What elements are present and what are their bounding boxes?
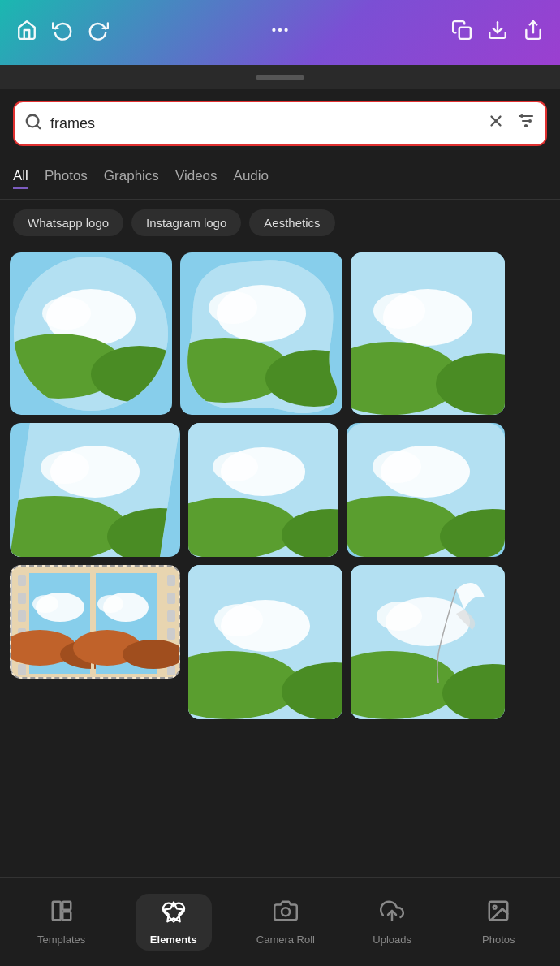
svg-rect-55 [18, 593, 26, 604]
svg-point-14 [528, 119, 532, 123]
svg-rect-62 [167, 610, 175, 622]
svg-point-79 [214, 604, 263, 636]
svg-point-25 [209, 291, 257, 324]
frame-rounded[interactable] [347, 423, 505, 557]
camera-icon [274, 899, 298, 929]
top-bar-center [269, 19, 291, 45]
grid-row-1 [10, 252, 550, 415]
svg-point-74 [97, 595, 123, 613]
chip-whatsapp[interactable]: Whatsapp logo [13, 209, 123, 236]
photos-label: Photos [482, 934, 515, 946]
svg-point-84 [377, 602, 422, 631]
elements-active-bg: Elements [136, 894, 212, 951]
drag-handle [0, 65, 560, 89]
svg-point-91 [282, 908, 290, 916]
undo-icon[interactable] [52, 19, 73, 45]
svg-line-7 [37, 125, 40, 128]
frame-circle[interactable] [10, 252, 172, 415]
clear-search-button[interactable] [487, 112, 505, 135]
nav-item-templates[interactable]: Templates [29, 899, 94, 946]
chips-row: Whatsapp logo Instagram logo Aesthetics [0, 200, 560, 246]
tab-graphics[interactable]: Graphics [104, 168, 159, 189]
frame-rect-1[interactable] [351, 252, 505, 415]
share-icon[interactable] [523, 19, 544, 45]
search-container [0, 89, 560, 157]
svg-rect-59 [18, 664, 26, 675]
download-icon[interactable] [487, 19, 508, 45]
svg-rect-56 [18, 610, 26, 622]
top-bar-left [16, 19, 109, 45]
templates-label: Templates [37, 934, 85, 946]
tab-audio[interactable]: Audio [234, 168, 269, 189]
svg-rect-88 [62, 901, 71, 909]
frame-abstract[interactable] [351, 565, 505, 719]
photos-icon [486, 899, 510, 929]
tab-videos[interactable]: Videos [175, 168, 218, 189]
grid-area [0, 246, 560, 877]
svg-point-0 [272, 28, 275, 32]
chip-aesthetics[interactable]: Aesthetics [249, 209, 334, 236]
nav-item-uploads[interactable]: Uploads [360, 899, 424, 946]
svg-rect-63 [167, 628, 175, 640]
filter-icon[interactable] [516, 111, 536, 136]
top-bar-right [451, 19, 544, 45]
uploads-icon [380, 899, 404, 929]
frame-blob[interactable] [180, 252, 342, 415]
svg-rect-54 [18, 575, 26, 586]
top-bar [0, 0, 560, 65]
svg-point-94 [493, 905, 497, 908]
svg-rect-60 [167, 575, 175, 586]
svg-point-15 [524, 124, 528, 127]
grid-row-2 [10, 423, 550, 557]
search-box [13, 101, 547, 146]
frame-portrait[interactable] [188, 565, 342, 719]
svg-point-42 [213, 452, 258, 481]
search-input[interactable] [50, 115, 479, 132]
tab-photos[interactable]: Photos [45, 168, 88, 189]
svg-point-30 [373, 293, 425, 329]
svg-rect-89 [62, 912, 71, 920]
svg-point-49 [373, 451, 421, 483]
svg-rect-61 [167, 593, 175, 604]
svg-rect-3 [459, 28, 471, 39]
nav-item-elements[interactable]: Elements [136, 894, 212, 951]
grid-row-3 [10, 565, 550, 719]
elements-label: Elements [150, 934, 197, 946]
svg-point-13 [520, 114, 523, 118]
tab-all[interactable]: All [13, 168, 28, 189]
elements-icon [162, 900, 186, 930]
main-panel: All Photos Graphics Videos Audio Whatsap… [0, 89, 560, 966]
svg-point-20 [42, 297, 91, 330]
nav-item-photos[interactable]: Photos [466, 899, 531, 946]
more-icon[interactable] [269, 19, 291, 45]
svg-point-68 [32, 595, 58, 613]
redo-icon[interactable] [88, 19, 109, 45]
nav-item-camera[interactable]: Camera Roll [253, 899, 318, 946]
chip-instagram[interactable]: Instagram logo [131, 209, 241, 236]
tabs-row: All Photos Graphics Videos Audio [0, 157, 560, 200]
svg-rect-87 [52, 901, 60, 920]
svg-point-1 [278, 28, 282, 32]
bottom-nav: Templates Elements Cam [0, 877, 560, 966]
copy-icon[interactable] [451, 19, 472, 45]
uploads-label: Uploads [373, 934, 411, 946]
svg-point-37 [41, 451, 89, 484]
frame-skewed[interactable] [10, 423, 180, 557]
camera-label: Camera Roll [256, 934, 315, 946]
frame-square[interactable] [188, 423, 338, 557]
frame-panoramic[interactable] [10, 565, 180, 679]
templates-icon [50, 899, 74, 929]
svg-point-2 [284, 28, 287, 32]
home-icon[interactable] [16, 19, 37, 45]
search-icon [24, 113, 42, 135]
